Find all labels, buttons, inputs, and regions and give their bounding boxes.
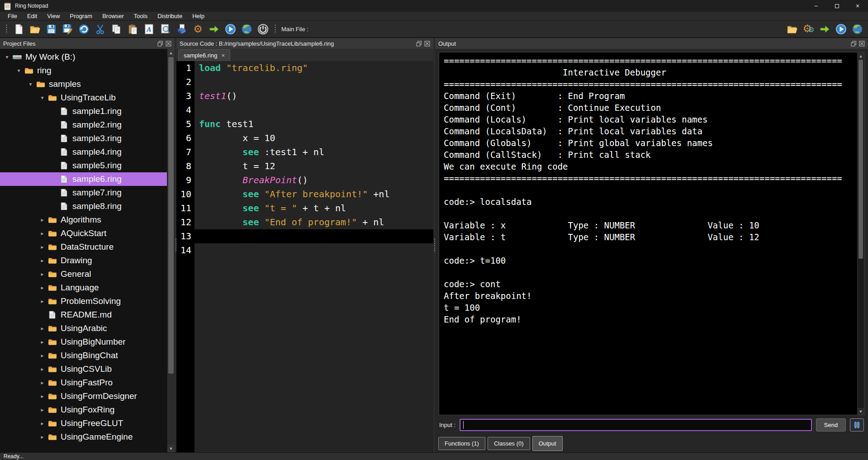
menu-file[interactable]: File (3, 13, 22, 19)
cut-button[interactable] (93, 22, 107, 36)
goto-position-button[interactable] (207, 22, 221, 36)
code-editor[interactable]: 1234567891011121314 load "tracelib.ring"… (176, 61, 433, 452)
expand-icon[interactable]: ▸ (38, 379, 47, 386)
code-line-8[interactable]: t = 12 (194, 159, 433, 173)
scrollbar-thumb[interactable] (168, 57, 174, 374)
tree-item-usingbingchat[interactable]: ▸UsingBingChat (0, 349, 167, 362)
tab-output[interactable]: Output (532, 436, 563, 451)
tree-item-usingfoxring[interactable]: ▸UsingFoxRing (0, 403, 167, 417)
scroll-up-icon[interactable]: ▲ (858, 52, 864, 59)
float-panel-button[interactable] (851, 41, 857, 47)
splitter-left[interactable] (175, 38, 176, 452)
tree-item-algorithms[interactable]: ▸Algorithms (0, 213, 167, 227)
expand-icon[interactable]: ▸ (38, 285, 47, 291)
tree-item-sample8-ring[interactable]: sample8.ring (0, 199, 167, 213)
tree-item-usinggameengine[interactable]: ▸UsingGameEngine (0, 430, 167, 444)
tab-classes-0[interactable]: Classes (0) (488, 437, 530, 450)
console-output[interactable]: ========================================… (439, 52, 857, 415)
tree-item-usingfastpro[interactable]: ▸UsingFastPro (0, 376, 167, 389)
menu-program[interactable]: Program (65, 13, 97, 19)
menu-distribute[interactable]: Distribute (152, 13, 187, 19)
code-line-10[interactable]: see "After breakpoint!" +nl (194, 187, 433, 201)
maximize-button[interactable] (826, 0, 847, 12)
open-main-file-button[interactable] (785, 22, 799, 36)
collapse-icon[interactable]: ▾ (14, 67, 23, 74)
tree-item-ring[interactable]: ▾ring (0, 64, 167, 77)
scroll-up-icon[interactable]: ▲ (167, 49, 175, 57)
pause-button[interactable] (850, 418, 864, 432)
expand-icon[interactable]: ▸ (38, 434, 47, 440)
scroll-down-icon[interactable]: ▼ (858, 408, 864, 415)
toolbar-grip[interactable] (274, 24, 276, 34)
tree-item-sample4-ring[interactable]: sample4.ring (0, 145, 167, 159)
tree-item-usingtracelib[interactable]: ▾UsingTraceLib (0, 91, 167, 104)
font-button[interactable]: A (142, 22, 156, 36)
collapse-icon[interactable]: ▾ (38, 95, 47, 101)
tree-item-aquickstart[interactable]: ▸AQuickStart (0, 227, 167, 240)
run-main-file-button[interactable] (834, 22, 848, 36)
save-button[interactable] (44, 22, 58, 36)
toolbar-grip[interactable] (5, 24, 8, 34)
print-button[interactable] (175, 22, 189, 36)
expand-icon[interactable]: ▸ (38, 230, 47, 237)
expand-icon[interactable]: ▸ (38, 244, 47, 250)
tab-sample6-ring[interactable]: sample6.ring × (178, 49, 230, 61)
new-file-button[interactable] (12, 22, 26, 36)
expand-icon[interactable]: ▸ (38, 298, 47, 304)
collapse-icon[interactable]: ▾ (26, 81, 35, 87)
code-line-1[interactable]: load "tracelib.ring" (194, 61, 433, 75)
tree-item-sample6-ring[interactable]: sample6.ring (0, 172, 167, 186)
expand-icon[interactable]: ▸ (38, 393, 47, 399)
menu-view[interactable]: View (42, 13, 65, 19)
splitter-right[interactable] (433, 38, 435, 452)
tab-close-icon[interactable]: × (221, 52, 225, 58)
expand-icon[interactable]: ▸ (38, 257, 47, 264)
expand-icon[interactable]: ▸ (38, 366, 47, 372)
close-button[interactable]: × (847, 0, 868, 12)
tree-item-problemsolving[interactable]: ▸ProblemSolving (0, 294, 167, 308)
expand-icon[interactable]: ▸ (38, 407, 47, 413)
copy-button[interactable] (109, 22, 123, 36)
code-line-13[interactable] (194, 229, 433, 243)
tree-item-general[interactable]: ▸General (0, 267, 167, 281)
code-line-2[interactable] (194, 75, 433, 89)
code-line-7[interactable]: see :test1 + nl (194, 145, 433, 159)
close-panel-button[interactable] (424, 41, 430, 47)
menu-browser[interactable]: Browser (97, 13, 129, 19)
float-panel-button[interactable] (157, 41, 163, 47)
tree-item-usingfreeglut[interactable]: ▸UsingFreeGLUT (0, 417, 167, 430)
tree-item-sample5-ring[interactable]: sample5.ring (0, 159, 167, 172)
run-gui-main-button[interactable] (850, 22, 864, 36)
tree-item-language[interactable]: ▸Language (0, 281, 167, 294)
expand-icon[interactable]: ▸ (38, 325, 47, 332)
code-line-12[interactable]: see "End of program!" + nl (194, 215, 433, 229)
undo-button[interactable] (77, 22, 91, 36)
close-panel-button[interactable] (166, 41, 171, 47)
code-line-5[interactable]: func test1 (194, 117, 433, 131)
tree-item-usingarabic[interactable]: ▸UsingArabic (0, 322, 167, 335)
minimize-button[interactable]: − (806, 0, 826, 12)
tree-item-samples[interactable]: ▾samples (0, 77, 167, 91)
code-area[interactable]: load "tracelib.ring"test1()func test1 x … (194, 61, 433, 452)
tree-item-usingformdesigner[interactable]: ▸UsingFormDesigner (0, 389, 167, 403)
goto-main-file-button[interactable] (818, 22, 832, 36)
expand-icon[interactable]: ▸ (38, 352, 47, 359)
expand-icon[interactable]: ▸ (38, 271, 47, 277)
stop-button[interactable] (256, 22, 270, 36)
tree-item-readme-md[interactable]: README.md (0, 308, 167, 322)
save-as-button[interactable] (61, 22, 75, 36)
expand-icon[interactable]: ▸ (38, 420, 47, 427)
tab-functions-1[interactable]: Functions (1) (438, 437, 485, 450)
collapse-icon[interactable]: ▾ (3, 54, 11, 60)
run-button[interactable] (223, 22, 237, 36)
paste-button[interactable] (126, 22, 140, 36)
expand-icon[interactable]: ▸ (38, 339, 47, 345)
send-button[interactable]: Send (816, 418, 846, 432)
scroll-down-icon[interactable]: ▼ (167, 445, 175, 452)
tree-item-datastructure[interactable]: ▸DataStructure (0, 240, 167, 254)
code-line-3[interactable]: test1() (194, 89, 433, 103)
code-line-11[interactable]: see "t = " + t + nl (194, 201, 433, 215)
float-panel-button[interactable] (416, 41, 422, 47)
menu-tools[interactable]: Tools (129, 13, 152, 19)
debugger-input-field[interactable] (460, 419, 812, 431)
